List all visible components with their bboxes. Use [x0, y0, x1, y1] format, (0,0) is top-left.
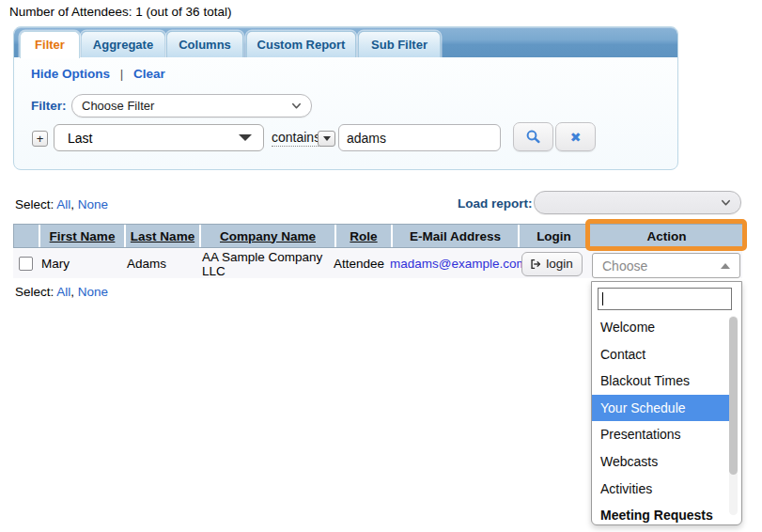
search-icon [525, 129, 541, 145]
header-email: E-Mail Address [391, 225, 518, 247]
cell-company: AA Sample Company LLC [198, 249, 334, 278]
cell-first-name: Mary [38, 249, 123, 278]
tab-custom-report[interactable]: Custom Report [246, 31, 356, 57]
cell-email: madams@example.com [390, 249, 517, 278]
login-button-label: login [546, 257, 573, 271]
tab-sub-filter[interactable]: Sub Filter [358, 31, 441, 57]
add-criteria-button[interactable]: + [32, 131, 48, 147]
load-report-label: Load report: [458, 196, 533, 211]
option-webcasts[interactable]: Webcasts [592, 448, 731, 476]
filter-option-links: Hide Options | Clear [31, 67, 165, 81]
comma: , [70, 197, 74, 211]
filter-value-input[interactable] [338, 124, 501, 151]
action-dropdown-panel: Welcome Contact Blackout Times Your Sche… [591, 281, 742, 525]
clear-search-button[interactable]: ✖ [555, 122, 596, 151]
option-blackout-times[interactable]: Blackout Times [592, 368, 731, 395]
select-all-link[interactable]: All [56, 197, 70, 211]
links-separator: | [120, 67, 124, 81]
action-option-list: Welcome Contact Blackout Times Your Sche… [592, 314, 731, 525]
header-action: Action [588, 225, 743, 247]
select-label: Select: [15, 285, 54, 299]
attendee-report-screen: Number of Attendees: 1 (out of 36 total)… [0, 0, 762, 532]
header-last-name[interactable]: Last Name [124, 225, 199, 247]
filter-label: Filter: [31, 99, 67, 113]
choose-filter-value: Choose Filter [82, 99, 154, 113]
login-arrow-icon [529, 258, 542, 271]
dropdown-search-input[interactable] [598, 288, 732, 310]
action-combobox[interactable]: Choose [592, 253, 740, 278]
option-welcome[interactable]: Welcome [592, 314, 731, 341]
action-combobox-value: Choose [602, 258, 647, 274]
chevron-down-icon [291, 101, 302, 111]
option-contact[interactable]: Contact [592, 341, 731, 368]
select-label: Select: [15, 197, 54, 211]
select-bar-bottom: Select: All, None [15, 285, 108, 299]
caret-down-icon [239, 134, 252, 141]
row-checkbox[interactable] [19, 257, 33, 271]
load-report-select[interactable] [534, 191, 741, 214]
tab-aggregate[interactable]: Aggregate [81, 31, 165, 57]
hide-options-link[interactable]: Hide Options [31, 67, 110, 81]
caret-down-icon [323, 136, 331, 141]
option-meeting-requests[interactable]: Meeting Requests [592, 502, 731, 525]
login-button[interactable]: login [521, 252, 583, 276]
tab-strip: Filter Aggregate Columns Custom Report S… [14, 27, 677, 57]
table-header-row: First Name Last Name Company Name Role E… [13, 224, 744, 248]
select-none-link[interactable]: None [78, 197, 108, 211]
email-link[interactable]: madams@example.com [390, 257, 517, 271]
option-your-schedule[interactable]: Your Schedule [592, 395, 731, 422]
caret-up-icon [721, 263, 730, 269]
scrollbar-thumb[interactable] [729, 317, 738, 475]
tab-filter[interactable]: Filter [20, 31, 80, 58]
select-bar-top: Select: All, None [15, 197, 108, 211]
select-all-link[interactable]: All [56, 285, 70, 299]
option-presentations[interactable]: Presentations [592, 421, 731, 448]
header-role[interactable]: Role [334, 225, 391, 247]
filter-panel: Filter Aggregate Columns Custom Report S… [13, 26, 678, 170]
select-none-link[interactable]: None [78, 285, 108, 299]
x-icon: ✖ [570, 130, 582, 145]
header-first-name[interactable]: First Name [39, 225, 124, 247]
cell-last-name: Adams [123, 249, 198, 278]
search-button[interactable] [513, 122, 553, 151]
header-login: Login [518, 225, 588, 247]
choose-filter-select[interactable]: Choose Filter [71, 94, 312, 117]
cell-login: login [517, 249, 587, 278]
comma: , [70, 285, 74, 299]
field-dropdown[interactable]: Last [54, 124, 264, 151]
header-company-name[interactable]: Company Name [199, 225, 334, 247]
operator-label[interactable]: contains [272, 130, 320, 147]
option-activities[interactable]: Activities [592, 476, 731, 503]
field-dropdown-value: Last [68, 131, 92, 146]
row-checkbox-cell [13, 249, 38, 278]
clear-link[interactable]: Clear [133, 67, 165, 81]
cell-role: Attendee [334, 249, 390, 278]
attendee-count-label: Number of Attendees: 1 (out of 36 total) [9, 5, 231, 19]
text-caret [602, 292, 603, 305]
tab-columns[interactable]: Columns [166, 31, 243, 57]
header-checkbox-column [14, 225, 39, 247]
operator-dropdown-button[interactable] [318, 131, 335, 147]
chevron-down-icon [721, 197, 731, 208]
